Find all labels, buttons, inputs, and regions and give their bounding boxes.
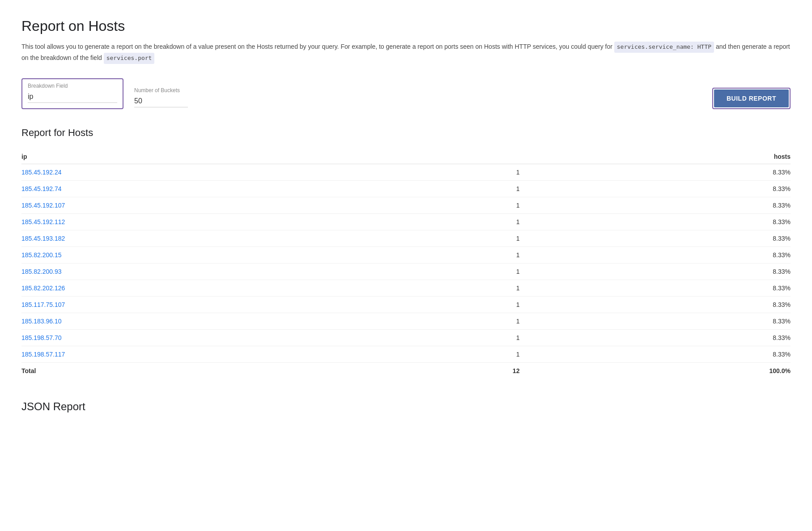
- breakdown-field-label: Breakdown Field: [28, 83, 117, 89]
- table-row: 185.198.57.117 1 8.33%: [21, 346, 791, 362]
- ip-cell[interactable]: 185.45.192.112: [21, 213, 383, 230]
- breakdown-field-container: Breakdown Field: [21, 78, 123, 109]
- percent-cell: 8.33%: [530, 230, 791, 246]
- table-row: 185.82.200.93 1 8.33%: [21, 263, 791, 280]
- total-row: Total 12 100.0%: [21, 362, 791, 379]
- percent-cell: 8.33%: [530, 313, 791, 329]
- table-row: 185.45.192.112 1 8.33%: [21, 213, 791, 230]
- build-report-button-wrapper: BUILD REPORT: [712, 88, 791, 109]
- count-cell: 1: [383, 346, 531, 362]
- percent-cell: 8.33%: [530, 246, 791, 263]
- buckets-label: Number of Buckets: [134, 87, 701, 93]
- table-row: 185.45.192.74 1 8.33%: [21, 180, 791, 197]
- count-cell: 1: [383, 263, 531, 280]
- count-cell: 1: [383, 180, 531, 197]
- buckets-input[interactable]: [134, 97, 188, 107]
- table-header-row: ip hosts: [21, 149, 791, 164]
- column-header-hosts: hosts: [383, 149, 791, 164]
- buckets-field-container: Number of Buckets: [134, 87, 701, 109]
- total-count: 12: [383, 362, 531, 379]
- count-cell: 1: [383, 296, 531, 313]
- ip-cell[interactable]: 185.45.192.74: [21, 180, 383, 197]
- table-row: 185.183.96.10 1 8.33%: [21, 313, 791, 329]
- page-description: This tool allows you to generate a repor…: [21, 42, 791, 64]
- count-cell: 1: [383, 230, 531, 246]
- ip-cell[interactable]: 185.45.193.182: [21, 230, 383, 246]
- table-row: 185.198.57.70 1 8.33%: [21, 329, 791, 346]
- ip-cell[interactable]: 185.45.192.24: [21, 164, 383, 180]
- table-row: 185.82.202.126 1 8.33%: [21, 280, 791, 296]
- count-cell: 1: [383, 213, 531, 230]
- ip-cell[interactable]: 185.82.200.15: [21, 246, 383, 263]
- percent-cell: 8.33%: [530, 180, 791, 197]
- json-report-title: JSON Report: [21, 400, 791, 413]
- ip-cell[interactable]: 185.117.75.107: [21, 296, 383, 313]
- example-field-code: services.port: [104, 53, 155, 64]
- example-query-code: services.service_name: HTTP: [614, 42, 714, 53]
- table-row: 185.117.75.107 1 8.33%: [21, 296, 791, 313]
- build-report-button[interactable]: BUILD REPORT: [714, 89, 789, 107]
- table-row: 185.45.193.182 1 8.33%: [21, 230, 791, 246]
- total-label: Total: [21, 362, 383, 379]
- table-row: 185.45.192.24 1 8.33%: [21, 164, 791, 180]
- total-percent: 100.0%: [530, 362, 791, 379]
- count-cell: 1: [383, 280, 531, 296]
- column-header-ip: ip: [21, 149, 383, 164]
- page-title: Report on Hosts: [21, 18, 791, 34]
- percent-cell: 8.33%: [530, 213, 791, 230]
- ip-cell[interactable]: 185.82.200.93: [21, 263, 383, 280]
- ip-cell[interactable]: 185.82.202.126: [21, 280, 383, 296]
- count-cell: 1: [383, 329, 531, 346]
- ip-cell[interactable]: 185.45.192.107: [21, 197, 383, 213]
- percent-cell: 8.33%: [530, 346, 791, 362]
- breakdown-field-input[interactable]: [28, 93, 117, 103]
- count-cell: 1: [383, 197, 531, 213]
- ip-cell[interactable]: 185.183.96.10: [21, 313, 383, 329]
- report-table: ip hosts 185.45.192.24 1 8.33% 185.45.19…: [21, 149, 791, 379]
- count-cell: 1: [383, 246, 531, 263]
- percent-cell: 8.33%: [530, 296, 791, 313]
- table-row: 185.45.192.107 1 8.33%: [21, 197, 791, 213]
- table-row: 185.82.200.15 1 8.33%: [21, 246, 791, 263]
- percent-cell: 8.33%: [530, 164, 791, 180]
- count-cell: 1: [383, 313, 531, 329]
- percent-cell: 8.33%: [530, 197, 791, 213]
- percent-cell: 8.33%: [530, 280, 791, 296]
- percent-cell: 8.33%: [530, 263, 791, 280]
- ip-cell[interactable]: 185.198.57.70: [21, 329, 383, 346]
- report-form: Breakdown Field Number of Buckets BUILD …: [21, 78, 791, 109]
- report-title: Report for Hosts: [21, 127, 791, 139]
- percent-cell: 8.33%: [530, 329, 791, 346]
- ip-cell[interactable]: 185.198.57.117: [21, 346, 383, 362]
- count-cell: 1: [383, 164, 531, 180]
